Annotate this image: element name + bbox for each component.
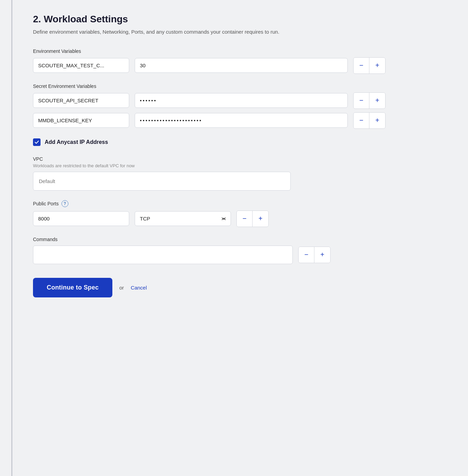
env-variables-group: Environment Variables − + (33, 48, 447, 74)
section-description: Define environment variables, Networking… (33, 28, 291, 36)
env-row-0-plus-button[interactable]: + (369, 58, 385, 73)
ports-btn-group: − + (236, 211, 269, 227)
section-title: 2. Workload Settings (33, 14, 447, 25)
commands-minus-button[interactable]: − (299, 247, 314, 263)
commands-section: Commands − + (33, 237, 447, 264)
secret-env-row-0-btn-group: − + (353, 92, 386, 109)
vpc-title: VPC (33, 156, 447, 162)
public-ports-section: Public Ports ? TCP UDP − + (33, 200, 447, 227)
ports-field-row: TCP UDP − + (33, 211, 447, 227)
protocol-select[interactable]: TCP UDP (135, 211, 231, 226)
secret-env-row-1-minus-button[interactable]: − (354, 113, 369, 128)
env-row-0-minus-button[interactable]: − (354, 58, 369, 73)
secret-env-value-input-0[interactable] (135, 93, 348, 108)
ports-plus-button[interactable]: + (253, 211, 268, 227)
vpc-input[interactable] (33, 172, 291, 191)
footer-row: Continue to Spec or Cancel (33, 278, 447, 297)
commands-plus-button[interactable]: + (314, 247, 330, 263)
ports-minus-button[interactable]: − (237, 211, 253, 227)
secret-env-key-input-1[interactable] (33, 113, 129, 128)
port-number-input[interactable] (33, 211, 129, 226)
secret-env-variable-row-1: − + (33, 112, 447, 129)
secret-env-variables-label: Secret Environment Variables (33, 83, 447, 89)
anycast-checkbox-label: Add Anycast IP Address (45, 139, 108, 145)
left-border (0, 0, 12, 476)
secret-env-row-0-plus-button[interactable]: + (369, 93, 385, 109)
secret-env-variable-row-0: − + (33, 92, 447, 109)
continue-to-spec-button[interactable]: Continue to Spec (33, 278, 112, 297)
commands-field-row: − + (33, 246, 447, 264)
ports-label-row: Public Ports ? (33, 200, 447, 207)
anycast-checkbox-row: Add Anycast IP Address (33, 138, 447, 146)
secret-env-row-1-plus-button[interactable]: + (369, 113, 385, 128)
env-key-input-0[interactable] (33, 58, 129, 73)
secret-env-key-input-0[interactable] (33, 93, 129, 108)
ports-help-icon[interactable]: ? (62, 200, 68, 207)
commands-label: Commands (33, 237, 447, 242)
anycast-checkbox[interactable] (33, 138, 41, 146)
secret-env-row-0-minus-button[interactable]: − (354, 93, 369, 109)
env-variables-label: Environment Variables (33, 48, 447, 54)
secret-env-value-input-1[interactable] (135, 113, 348, 128)
env-variable-row-0: − + (33, 57, 447, 74)
ports-label: Public Ports (33, 201, 59, 206)
env-row-0-btn-group: − + (353, 57, 386, 74)
commands-input[interactable] (33, 246, 293, 264)
or-text: or (119, 285, 124, 291)
secret-env-row-1-btn-group: − + (353, 112, 386, 129)
cancel-button[interactable]: Cancel (131, 285, 147, 291)
commands-btn-group: − + (298, 247, 331, 263)
env-value-input-0[interactable] (135, 58, 348, 73)
vpc-description: Workloads are restricted to the default … (33, 163, 447, 168)
vpc-section: VPC Workloads are restricted to the defa… (33, 156, 447, 191)
secret-env-variables-group: Secret Environment Variables − + − + (33, 83, 447, 129)
